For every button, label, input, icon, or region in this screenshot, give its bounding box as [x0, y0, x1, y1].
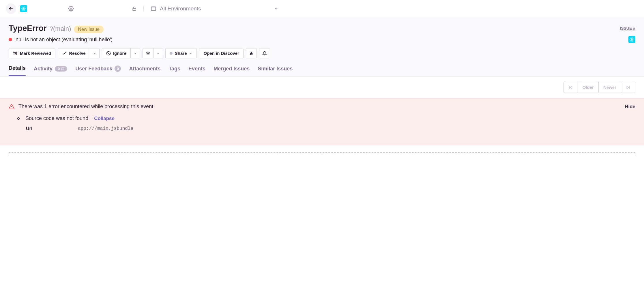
tab-events[interactable]: Events — [188, 65, 205, 76]
tab-attachments[interactable]: Attachments — [129, 65, 160, 76]
activity-count-badge: 0 — [55, 66, 67, 72]
error-banner: There was 1 error encountered while proc… — [0, 98, 644, 145]
svg-rect-5 — [133, 8, 136, 10]
archive-icon — [13, 51, 18, 56]
tab-details[interactable]: Details — [9, 65, 26, 76]
issue-number-label: ISSUE # — [620, 26, 635, 31]
ignore-dropdown[interactable] — [131, 48, 140, 58]
lock-icon — [132, 6, 144, 11]
chevron-down-icon — [156, 52, 160, 55]
ban-icon — [106, 51, 111, 56]
error-type: TypeError — [9, 24, 47, 33]
react-icon — [628, 36, 635, 43]
resolve-dropdown[interactable] — [90, 48, 100, 58]
chevron-down-icon — [189, 52, 192, 55]
action-bar: Mark Reviewed Resolve Ignore — [9, 48, 635, 58]
window-icon — [151, 6, 156, 12]
last-event-button[interactable] — [621, 82, 635, 93]
svg-point-4 — [70, 8, 72, 9]
severity-dot — [9, 38, 12, 41]
status-dot — [170, 52, 173, 55]
older-button[interactable]: Older — [578, 82, 599, 93]
back-button[interactable] — [6, 3, 16, 14]
tab-merged[interactable]: Merged Issues — [214, 65, 250, 76]
chevron-down-icon — [93, 52, 96, 55]
tab-tags[interactable]: Tags — [169, 65, 180, 76]
bullet-icon — [17, 117, 20, 120]
top-bar: All Environments — [0, 0, 644, 17]
newer-button[interactable]: Newer — [599, 82, 621, 93]
dashed-placeholder — [9, 152, 635, 156]
comment-icon — [61, 67, 64, 70]
tabs: Details Activity 0 User Feedback 0 Attac… — [9, 65, 635, 76]
first-event-button[interactable] — [564, 82, 578, 93]
open-discover-button[interactable]: Open in Discover — [199, 48, 243, 58]
bookmark-button[interactable] — [246, 48, 257, 58]
event-nav: Older Newer — [0, 76, 644, 98]
url-label: Url — [26, 126, 78, 131]
svg-rect-6 — [151, 7, 156, 10]
issue-header: TypeError ?(main) New Issue ISSUE # null… — [0, 17, 644, 76]
svg-marker-18 — [570, 86, 572, 89]
react-icon — [20, 5, 27, 12]
tab-user-feedback[interactable]: User Feedback 0 — [75, 65, 121, 76]
bell-icon — [262, 51, 267, 56]
delete-button[interactable] — [143, 48, 153, 58]
svg-line-16 — [107, 52, 110, 55]
skip-forward-icon — [626, 85, 630, 90]
tab-activity[interactable]: Activity 0 — [34, 65, 67, 76]
error-detail-title: Source code was not found — [25, 115, 88, 121]
new-issue-badge: New Issue — [74, 26, 104, 33]
check-icon — [62, 51, 67, 56]
svg-point-0 — [23, 8, 24, 9]
environment-selector[interactable]: All Environments — [151, 5, 278, 12]
share-button[interactable]: Share — [165, 48, 197, 58]
error-location: ?(main) — [50, 25, 71, 33]
chevron-down-icon — [274, 6, 278, 11]
skip-back-icon — [568, 85, 573, 90]
warning-icon — [9, 104, 14, 110]
chevron-down-icon — [134, 52, 137, 55]
svg-point-8 — [632, 39, 632, 40]
error-message: null is not an object (evaluating 'null.… — [16, 37, 113, 43]
feedback-count-badge: 0 — [115, 65, 121, 72]
ignore-button[interactable]: Ignore — [102, 48, 131, 58]
subscribe-button[interactable] — [259, 48, 270, 58]
collapse-button[interactable]: Collapse — [94, 116, 115, 121]
trash-icon — [146, 51, 150, 56]
delete-dropdown[interactable] — [153, 48, 163, 58]
mark-reviewed-button[interactable]: Mark Reviewed — [9, 48, 55, 58]
hide-button[interactable]: Hide — [625, 104, 635, 110]
star-icon — [249, 51, 254, 56]
banner-message: There was 1 error encountered while proc… — [18, 104, 153, 110]
url-value: app:///main.jsbundle — [78, 126, 133, 131]
settings-button[interactable] — [68, 5, 74, 12]
svg-marker-17 — [249, 51, 253, 55]
environment-label: All Environments — [160, 5, 201, 12]
tab-similar[interactable]: Similar Issues — [258, 65, 293, 76]
svg-marker-20 — [627, 86, 629, 89]
resolve-button[interactable]: Resolve — [58, 48, 90, 58]
